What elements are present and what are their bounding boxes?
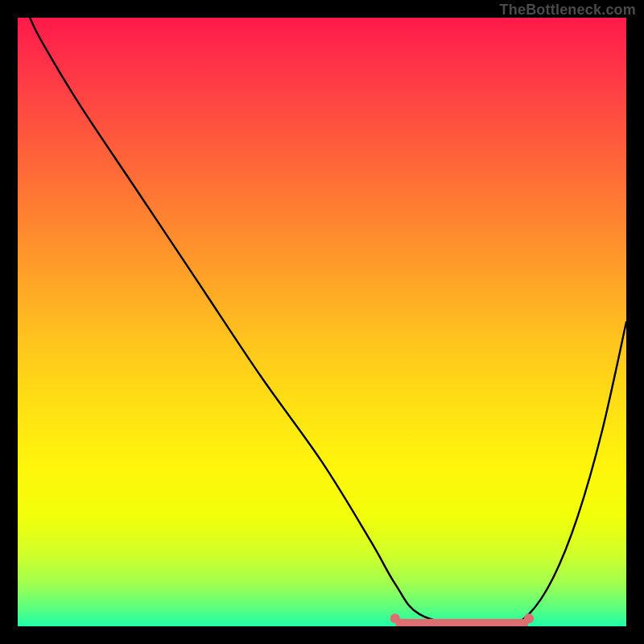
watermark-text: TheBottleneck.com: [500, 2, 636, 19]
plot-background-gradient: [18, 18, 626, 626]
chart-container: TheBottleneck.com: [0, 0, 644, 644]
